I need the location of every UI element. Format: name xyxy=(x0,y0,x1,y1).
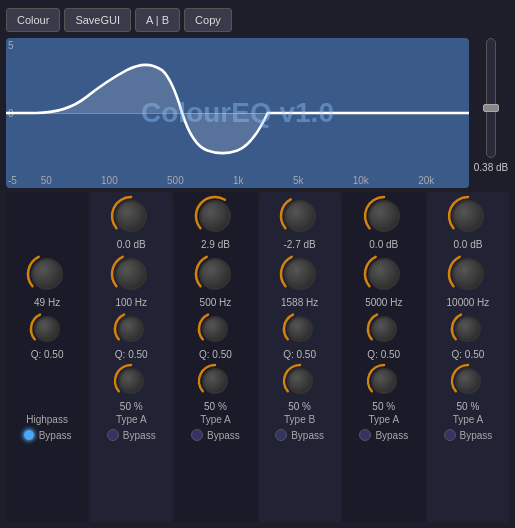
band-column-5: 0.0 dB 5000 Hz Q: 0.50 xyxy=(343,192,425,522)
bypass-row-5: Bypass xyxy=(359,429,408,441)
type-label-4: Type B xyxy=(284,414,315,425)
eq-display-title: ColourEQ v1.0 xyxy=(141,97,334,129)
savegui-button[interactable]: SaveGUI xyxy=(64,8,131,32)
bypass-led-1[interactable] xyxy=(23,429,35,441)
type-knob-container-3: 50 % xyxy=(196,362,234,412)
type-label-2: Type A xyxy=(116,414,147,425)
type-knob-value-2: 50 % xyxy=(120,401,143,412)
q-knob-container-1: Q: 0.50 xyxy=(28,310,66,360)
q-knob-container-6: Q: 0.50 xyxy=(449,310,487,360)
bypass-label-6: Bypass xyxy=(460,430,493,441)
q-knob-4[interactable] xyxy=(287,316,313,342)
type-knob-wrap-6 xyxy=(449,362,487,400)
type-knob-value-3: 50 % xyxy=(204,401,227,412)
gain-value-6: 0.0 dB xyxy=(453,239,482,250)
freq-knob-wrap-5 xyxy=(362,252,406,296)
type-knob-container-4: 50 % xyxy=(281,362,319,412)
type-knob-4[interactable] xyxy=(287,368,313,394)
type-knob-value-6: 50 % xyxy=(457,401,480,412)
freq-knob-wrap-6 xyxy=(446,252,490,296)
gain-knob-container-3: 2.9 dB xyxy=(193,194,237,250)
q-knob-wrap-2 xyxy=(112,310,150,348)
band-column-1: 49 Hz Q: 0.50 Highpass Bypass xyxy=(6,192,88,522)
gain-slider-thumb[interactable] xyxy=(483,104,499,112)
gain-knob-5[interactable] xyxy=(368,200,400,232)
freq-knob-wrap-4 xyxy=(278,252,322,296)
q-knob-container-5: Q: 0.50 xyxy=(365,310,403,360)
q-value-4: Q: 0.50 xyxy=(283,349,316,360)
type-knob-container-6: 50 % xyxy=(449,362,487,412)
freq-knob-5[interactable] xyxy=(368,258,400,290)
gain-knob-container-5: 0.0 dB xyxy=(362,194,406,250)
gain-slider-track[interactable] xyxy=(486,38,496,158)
freq-knob-2[interactable] xyxy=(115,258,147,290)
freq-knob-1[interactable] xyxy=(31,258,63,290)
q-knob-6[interactable] xyxy=(455,316,481,342)
freq-5k: 5k xyxy=(293,175,304,186)
type-knob-wrap-5 xyxy=(365,362,403,400)
freq-knob-4[interactable] xyxy=(284,258,316,290)
type-knob-6[interactable] xyxy=(455,368,481,394)
bypass-led-6[interactable] xyxy=(444,429,456,441)
q-knob-wrap-4 xyxy=(281,310,319,348)
bypass-row-6: Bypass xyxy=(444,429,493,441)
type-knob-wrap-2 xyxy=(112,362,150,400)
freq-knob-container-6: 10000 Hz xyxy=(446,252,490,308)
bypass-led-3[interactable] xyxy=(191,429,203,441)
type-label-3: Type A xyxy=(200,414,231,425)
freq-knob-container-1: 49 Hz xyxy=(25,252,69,308)
band-column-3: 2.9 dB 500 Hz Q: 0.50 xyxy=(174,192,256,522)
bypass-led-4[interactable] xyxy=(275,429,287,441)
bypass-led-5[interactable] xyxy=(359,429,371,441)
gain-knob-wrap-5 xyxy=(362,194,406,238)
freq-500: 500 xyxy=(167,175,184,186)
q-knob-wrap-3 xyxy=(196,310,234,348)
gain-knob-container-2: 0.0 dB xyxy=(109,194,153,250)
type-label-5: Type A xyxy=(368,414,399,425)
bypass-label-5: Bypass xyxy=(375,430,408,441)
bypass-row-4: Bypass xyxy=(275,429,324,441)
q-knob-container-4: Q: 0.50 xyxy=(281,310,319,360)
freq-value-2: 100 Hz xyxy=(115,297,147,308)
freq-knob-container-3: 500 Hz xyxy=(193,252,237,308)
type-knob-container-5: 50 % xyxy=(365,362,403,412)
gain-knob-2[interactable] xyxy=(115,200,147,232)
gain-slider-container: 0.38 dB xyxy=(473,38,509,188)
q-value-1: Q: 0.50 xyxy=(31,349,64,360)
type-knob-value-4: 50 % xyxy=(288,401,311,412)
gain-knob-4[interactable] xyxy=(284,200,316,232)
gain-value-2: 0.0 dB xyxy=(117,239,146,250)
freq-knob-wrap-2 xyxy=(109,252,153,296)
colour-button[interactable]: Colour xyxy=(6,8,60,32)
gain-knob-6[interactable] xyxy=(452,200,484,232)
q-value-5: Q: 0.50 xyxy=(367,349,400,360)
eq-display-row: 5 0 -5 ColourEQ v1.0 50 100 500 1k 5k 10… xyxy=(6,38,509,188)
gain-knob-wrap-6 xyxy=(446,194,490,238)
bypass-led-2[interactable] xyxy=(107,429,119,441)
freq-knob-container-5: 5000 Hz xyxy=(362,252,406,308)
type-label-6: Type A xyxy=(453,414,484,425)
gain-knob-container-4: -2.7 dB xyxy=(278,194,322,250)
q-knob-1[interactable] xyxy=(34,316,60,342)
bypass-label-3: Bypass xyxy=(207,430,240,441)
freq-knob-wrap-1 xyxy=(25,252,69,296)
freq-knob-container-4: 1588 Hz xyxy=(278,252,322,308)
type-label-1: Highpass xyxy=(26,414,68,425)
q-value-6: Q: 0.50 xyxy=(452,349,485,360)
copy-button[interactable]: Copy xyxy=(184,8,232,32)
q-knob-container-2: Q: 0.50 xyxy=(112,310,150,360)
freq-knob-6[interactable] xyxy=(452,258,484,290)
ab-button[interactable]: A | B xyxy=(135,8,180,32)
q-knob-5[interactable] xyxy=(371,316,397,342)
bypass-label-4: Bypass xyxy=(291,430,324,441)
freq-10k: 10k xyxy=(353,175,369,186)
bypass-label-2: Bypass xyxy=(123,430,156,441)
eq-canvas[interactable]: 5 0 -5 ColourEQ v1.0 50 100 500 1k 5k 10… xyxy=(6,38,469,188)
type-knob-5[interactable] xyxy=(371,368,397,394)
gain-knob-wrap-3 xyxy=(193,194,237,238)
controls-area: 49 Hz Q: 0.50 Highpass Bypass 0.0 dB xyxy=(6,192,509,522)
freq-1k: 1k xyxy=(233,175,244,186)
q-knob-wrap-5 xyxy=(365,310,403,348)
band-column-4: -2.7 dB 1588 Hz Q: 0.50 xyxy=(259,192,341,522)
q-knob-wrap-1 xyxy=(28,310,66,348)
